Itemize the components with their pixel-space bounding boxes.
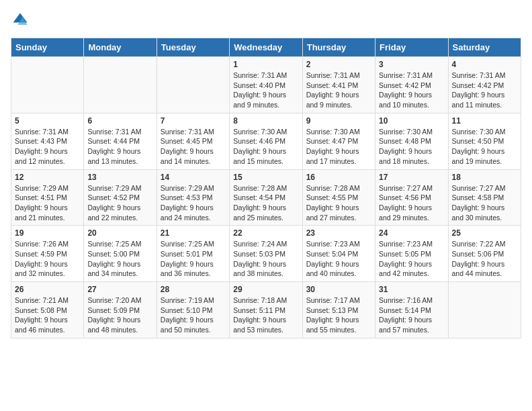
day-info-line: Sunset: 4:42 PM (452, 81, 504, 89)
day-info-line: Sunset: 4:50 PM (452, 137, 504, 145)
calendar-cell: 9Sunrise: 7:30 AMSunset: 4:47 PMDaylight… (302, 113, 375, 169)
day-info-line: Sunrise: 7:30 AM (306, 128, 360, 136)
day-info-line: Daylight: 9 hours and 13 minutes. (87, 147, 140, 165)
day-info: Sunrise: 7:30 AMSunset: 4:50 PMDaylight:… (452, 127, 517, 167)
day-info: Sunrise: 7:22 AMSunset: 5:06 PMDaylight:… (452, 239, 517, 279)
calendar-cell (448, 282, 521, 338)
day-info-line: Sunset: 4:48 PM (379, 137, 431, 145)
day-info-line: Sunrise: 7:26 AM (15, 240, 69, 248)
calendar-cell: 30Sunrise: 7:17 AMSunset: 5:13 PMDayligh… (302, 282, 375, 338)
day-info-line: Daylight: 9 hours and 53 minutes. (233, 316, 286, 334)
calendar-cell: 11Sunrise: 7:30 AMSunset: 4:50 PMDayligh… (448, 113, 521, 169)
day-info-line: Daylight: 9 hours and 55 minutes. (306, 316, 359, 334)
day-info-line: Sunset: 4:46 PM (233, 137, 285, 145)
day-info-line: Sunset: 5:06 PM (452, 250, 504, 258)
day-info-line: Sunrise: 7:24 AM (233, 240, 287, 248)
day-info-line: Sunrise: 7:16 AM (379, 296, 433, 304)
day-info-line: Daylight: 9 hours and 9 minutes. (306, 91, 359, 109)
day-info-line: Sunset: 5:00 PM (87, 250, 140, 258)
day-info-line: Sunrise: 7:30 AM (233, 128, 287, 136)
calendar-cell: 5Sunrise: 7:31 AMSunset: 4:43 PMDaylight… (11, 113, 84, 169)
calendar-cell: 26Sunrise: 7:21 AMSunset: 5:08 PMDayligh… (11, 282, 84, 338)
day-info-line: Sunset: 5:10 PM (161, 306, 213, 314)
day-info-line: Daylight: 9 hours and 32 minutes. (15, 260, 68, 278)
day-info-line: Daylight: 9 hours and 11 minutes. (452, 91, 505, 109)
day-info-line: Sunrise: 7:31 AM (379, 71, 433, 79)
day-info: Sunrise: 7:21 AMSunset: 5:08 PMDaylight:… (15, 295, 80, 335)
day-info-line: Sunset: 5:13 PM (306, 306, 359, 314)
day-info-line: Daylight: 9 hours and 46 minutes. (15, 316, 68, 334)
day-info-line: Sunset: 4:52 PM (87, 193, 140, 201)
day-info-line: Daylight: 9 hours and 9 minutes. (233, 91, 286, 109)
calendar-cell: 8Sunrise: 7:30 AMSunset: 4:46 PMDaylight… (230, 113, 302, 169)
day-info-line: Sunrise: 7:30 AM (452, 128, 506, 136)
day-info: Sunrise: 7:30 AMSunset: 4:46 PMDaylight:… (233, 127, 298, 167)
day-info-line: Daylight: 9 hours and 14 minutes. (161, 147, 214, 165)
day-info-line: Sunrise: 7:28 AM (306, 184, 360, 192)
weekday-header-friday: Friday (375, 38, 448, 57)
day-number: 31 (379, 285, 444, 294)
calendar-cell (11, 57, 84, 113)
calendar-cell: 4Sunrise: 7:31 AMSunset: 4:42 PMDaylight… (448, 57, 521, 113)
day-info-line: Sunrise: 7:30 AM (379, 128, 433, 136)
day-number: 12 (15, 173, 80, 182)
calendar-cell: 13Sunrise: 7:29 AMSunset: 4:52 PMDayligh… (84, 169, 157, 226)
day-number: 30 (306, 285, 371, 294)
day-info: Sunrise: 7:17 AMSunset: 5:13 PMDaylight:… (306, 295, 371, 335)
day-number: 9 (306, 116, 371, 126)
day-number: 28 (161, 285, 226, 294)
day-info-line: Sunrise: 7:29 AM (87, 184, 141, 192)
day-info-line: Sunset: 5:09 PM (87, 306, 140, 314)
day-info-line: Sunrise: 7:31 AM (161, 128, 214, 136)
day-info-line: Daylight: 9 hours and 24 minutes. (161, 203, 214, 222)
day-info-line: Daylight: 9 hours and 40 minutes. (306, 260, 359, 278)
day-info-line: Daylight: 9 hours and 25 minutes. (233, 203, 286, 222)
day-info-line: Daylight: 9 hours and 44 minutes. (452, 260, 505, 278)
day-info: Sunrise: 7:29 AMSunset: 4:51 PMDaylight:… (15, 183, 80, 223)
logo-icon (11, 11, 30, 30)
day-info-line: Sunrise: 7:27 AM (452, 184, 506, 192)
day-number: 17 (379, 173, 444, 182)
day-info: Sunrise: 7:24 AMSunset: 5:03 PMDaylight:… (233, 239, 298, 279)
calendar-cell: 20Sunrise: 7:25 AMSunset: 5:00 PMDayligh… (84, 226, 157, 282)
day-info: Sunrise: 7:29 AMSunset: 4:52 PMDaylight:… (87, 183, 152, 223)
day-number: 3 (379, 60, 444, 69)
day-number: 22 (233, 228, 298, 238)
day-info: Sunrise: 7:23 AMSunset: 5:04 PMDaylight:… (306, 239, 371, 279)
day-info-line: Daylight: 9 hours and 18 minutes. (379, 147, 432, 165)
day-number: 2 (306, 60, 371, 69)
day-info: Sunrise: 7:18 AMSunset: 5:11 PMDaylight:… (233, 295, 298, 335)
day-info-line: Sunrise: 7:18 AM (233, 296, 287, 304)
calendar-cell: 21Sunrise: 7:25 AMSunset: 5:01 PMDayligh… (157, 226, 229, 282)
day-info: Sunrise: 7:31 AMSunset: 4:43 PMDaylight:… (15, 127, 80, 167)
day-info-line: Sunrise: 7:23 AM (379, 240, 433, 248)
day-info-line: Daylight: 9 hours and 34 minutes. (87, 260, 140, 278)
day-info-line: Sunrise: 7:19 AM (161, 296, 214, 304)
day-info-line: Daylight: 9 hours and 17 minutes. (306, 147, 359, 165)
day-info-line: Daylight: 9 hours and 29 minutes. (379, 203, 432, 222)
calendar-cell (157, 57, 229, 113)
day-number: 11 (452, 116, 517, 126)
day-info: Sunrise: 7:31 AMSunset: 4:42 PMDaylight:… (452, 71, 517, 110)
weekday-header-monday: Monday (84, 38, 157, 57)
day-number: 27 (87, 285, 152, 294)
day-info: Sunrise: 7:28 AMSunset: 4:54 PMDaylight:… (233, 183, 298, 223)
day-number: 26 (15, 285, 80, 294)
day-info-line: Daylight: 9 hours and 22 minutes. (87, 203, 140, 222)
day-number: 6 (87, 116, 152, 126)
day-info-line: Sunset: 4:54 PM (233, 193, 285, 201)
calendar-cell: 28Sunrise: 7:19 AMSunset: 5:10 PMDayligh… (157, 282, 229, 338)
day-info: Sunrise: 7:25 AMSunset: 5:00 PMDaylight:… (87, 239, 152, 279)
calendar-table: SundayMondayTuesdayWednesdayThursdayFrid… (11, 38, 521, 338)
weekday-header-sunday: Sunday (11, 38, 84, 57)
day-info-line: Sunset: 4:56 PM (379, 193, 431, 201)
calendar-cell: 1Sunrise: 7:31 AMSunset: 4:40 PMDaylight… (230, 57, 302, 113)
day-info-line: Daylight: 9 hours and 57 minutes. (379, 316, 432, 334)
day-info: Sunrise: 7:20 AMSunset: 5:09 PMDaylight:… (87, 295, 152, 335)
day-number: 19 (15, 228, 80, 238)
day-info-line: Sunrise: 7:25 AM (161, 240, 214, 248)
day-info: Sunrise: 7:26 AMSunset: 4:59 PMDaylight:… (15, 239, 80, 279)
calendar-week-2: 5Sunrise: 7:31 AMSunset: 4:43 PMDaylight… (11, 113, 521, 169)
calendar-cell: 14Sunrise: 7:29 AMSunset: 4:53 PMDayligh… (157, 169, 229, 226)
calendar-cell: 15Sunrise: 7:28 AMSunset: 4:54 PMDayligh… (230, 169, 302, 226)
